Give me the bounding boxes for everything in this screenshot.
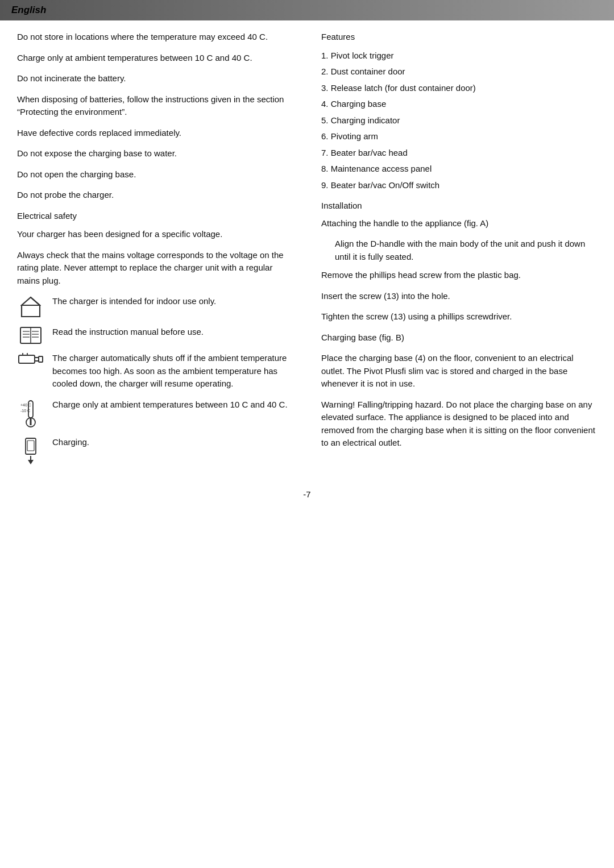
house-icon <box>20 296 41 318</box>
page-footer: -7 <box>0 489 614 510</box>
electrical-safety-label: Electrical safety <box>17 210 293 223</box>
text-b4: When disposing of batteries, follow the … <box>17 93 293 119</box>
feature-2: 2. Dust container door <box>321 65 597 78</box>
feature-1: 1. Pivot lock trigger <box>321 49 597 63</box>
icon-row-book: Read the instruction manual before use. <box>17 326 293 344</box>
features-label: Features <box>321 31 597 44</box>
icon-text-charging: Charging. <box>52 436 293 449</box>
icon-row-temp: +40 C -10 C Charge only at ambient tempe… <box>17 398 293 428</box>
installation-section: Installation Attaching the handle to the… <box>321 200 597 450</box>
insert-text: Insert the screw (13) into the hole. <box>321 290 597 303</box>
text-b8: Do not probe the charger. <box>17 189 293 202</box>
text-block-b8: Do not probe the charger. <box>17 189 293 202</box>
charging-base-text: Place the charging base (4) on the floor… <box>321 352 597 391</box>
text-b5: Have defective cords replaced immediatel… <box>17 127 293 140</box>
svg-rect-13 <box>39 356 43 362</box>
warning-text: Warning! Falling/tripping hazard. Do not… <box>321 398 597 450</box>
house-icon-area <box>17 295 44 318</box>
svg-text:-10 C: -10 C <box>20 409 30 413</box>
icon-row-house: The charger is intended for indoor use o… <box>17 295 293 318</box>
text-b6: Do not expose the charging base to water… <box>17 147 293 160</box>
text-block-b5: Have defective cords replaced immediatel… <box>17 127 293 140</box>
text-block-e1: Your charger has been designed for a spe… <box>17 228 293 241</box>
attaching-label-text: Attaching the handle to the appliance (f… <box>321 217 597 230</box>
feature-5: 5. Charging indicator <box>321 114 597 127</box>
text-e2: Always check that the mains voltage corr… <box>17 249 293 288</box>
attaching-label: Attaching the handle to the appliance (f… <box>321 217 597 230</box>
installation-label: Installation <box>321 200 597 213</box>
charging-icon-area <box>17 436 44 464</box>
charger-icon-area <box>17 352 44 366</box>
text-block-e2: Always check that the mains voltage corr… <box>17 249 293 288</box>
icon-row-charging: Charging. <box>17 436 293 464</box>
icon-text-book: Read the instruction manual before use. <box>52 326 293 339</box>
svg-rect-10 <box>19 355 35 363</box>
svg-rect-22 <box>27 441 34 451</box>
feature-6: 6. Pivoting arm <box>321 130 597 143</box>
right-column: Features 1. Pivot lock trigger 2. Dust c… <box>316 31 597 472</box>
icon-text-house: The charger is intended for indoor use o… <box>52 295 293 308</box>
text-b3: Do not incinerate the battery. <box>17 72 293 85</box>
page-content: Do not store in locations where the temp… <box>0 31 614 472</box>
text-e1: Your charger has been designed for a spe… <box>17 228 293 241</box>
icon-text-temp: Charge only at ambient temperatures betw… <box>52 398 293 412</box>
text-block-b1: Do not store in locations where the temp… <box>17 31 293 44</box>
feature-7: 7. Beater bar/vac head <box>321 147 597 160</box>
book-icon-area <box>17 326 44 344</box>
feature-4: 4. Charging base <box>321 98 597 111</box>
header-bar: English <box>0 0 614 20</box>
icon-text-charger: The charger automatically shuts off if t… <box>52 352 293 391</box>
charging-icon <box>22 437 39 464</box>
feature-8: 8. Maintenance access panel <box>321 163 597 176</box>
feature-3: 3. Release latch (for dust container doo… <box>321 82 597 95</box>
temp-icon-area: +40 C -10 C <box>17 398 44 428</box>
text-block-b6: Do not expose the charging base to water… <box>17 147 293 160</box>
text-b7: Do not open the charging base. <box>17 168 293 181</box>
text-block-b4: When disposing of batteries, follow the … <box>17 93 293 119</box>
attaching-text: Align the D-handle with the main body of… <box>335 238 597 263</box>
text-block-b7: Do not open the charging base. <box>17 168 293 181</box>
features-list: 1. Pivot lock trigger 2. Dust container … <box>321 49 597 192</box>
header-title: English <box>11 5 46 15</box>
text-block-b3: Do not incinerate the battery. <box>17 72 293 85</box>
svg-marker-24 <box>28 460 34 464</box>
icon-row-charger: The charger automatically shuts off if t… <box>17 352 293 391</box>
text-b2: Charge only at ambient temperatures betw… <box>17 52 293 65</box>
page-number: -7 <box>303 489 310 499</box>
text-block-b2: Charge only at ambient temperatures betw… <box>17 52 293 65</box>
left-column: Do not store in locations where the temp… <box>17 31 298 472</box>
temp-icon: +40 C -10 C <box>20 400 41 428</box>
charging-base-label: Charging base (fig. B) <box>321 331 597 344</box>
feature-9: 9. Beater bar/vac On/Off switch <box>321 179 597 192</box>
svg-text:+40 C: +40 C <box>20 403 31 407</box>
charging-base-label-text: Charging base (fig. B) <box>321 331 597 344</box>
svg-marker-0 <box>22 297 40 305</box>
charger-icon <box>18 353 43 366</box>
text-b1: Do not store in locations where the temp… <box>17 31 293 44</box>
book-icon <box>20 327 42 344</box>
tighten-text: Tighten the screw (13) using a phillips … <box>321 310 597 323</box>
phillips-text: Remove the phillips head screw from the … <box>321 269 597 282</box>
